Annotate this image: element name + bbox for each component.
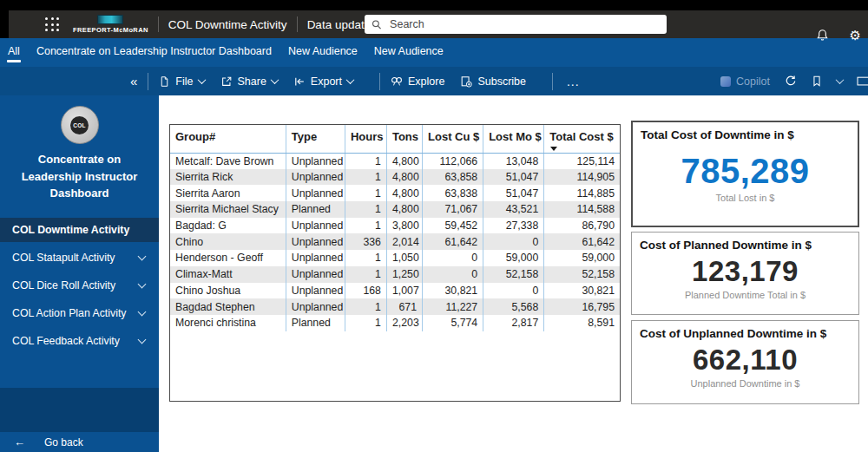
settings-gear-icon[interactable]: ⚙ (850, 29, 861, 42)
table-row[interactable]: Morenci christinaPlanned12,2035,7742,817… (170, 315, 620, 331)
bookmark-icon[interactable] (811, 75, 823, 88)
column-header[interactable]: Lost Mo $ (483, 125, 544, 153)
tab-bar: AllConcentrate on Leadership Instructor … (0, 38, 868, 67)
table-row[interactable]: ChinoUnplanned3362,01461,642061,642 (170, 233, 620, 250)
table-row[interactable]: Sierrita AaronUnplanned14,80063,83851,04… (170, 185, 620, 201)
export-icon (293, 75, 306, 88)
sidebar-item-label: COL Feedback Activity (12, 335, 120, 347)
chevron-down-icon (138, 252, 147, 260)
kpi-card-caption: Planned Downtime Total in $ (632, 290, 858, 300)
column-header[interactable]: Hours (345, 125, 386, 153)
table-cell: 61,642 (423, 233, 483, 250)
table-row[interactable]: Climax-MattUnplanned11,250052,15852,158 (170, 266, 620, 283)
column-header[interactable]: Lost Cu $ (423, 125, 483, 153)
kpi-card-caption: Total Lost in $ (633, 193, 858, 203)
more-options-icon[interactable]: ... (567, 75, 580, 88)
divider (552, 73, 553, 90)
kpi-card-caption: Unplanned Downtime in $ (632, 378, 858, 389)
sidebar-shade (0, 388, 159, 433)
table-cell: Henderson - Geoff (170, 250, 286, 266)
subscribe-icon (460, 75, 472, 88)
table-cell: Unplanned (286, 233, 345, 250)
divider (379, 73, 380, 90)
table-cell: Unplanned (286, 298, 345, 315)
table-cell: Unplanned (286, 250, 345, 266)
share-icon (220, 75, 233, 88)
sidebar-item-label: COL Dice Roll Activity (12, 279, 115, 292)
go-back-label: Go back (44, 436, 83, 449)
top-navigation-bar: FREEPORT-McMoRAN COL Downtime Activity D… (0, 10, 868, 38)
kpi-card-title: Total Cost of Downtime in $ (633, 122, 858, 141)
tab-concentrate-on-leadership-instructor-dashboard[interactable]: Concentrate on Leadership Instructor Das… (36, 43, 273, 62)
table-row[interactable]: Chino JoshuaUnplanned1681,00730,821030,8… (170, 283, 620, 299)
subscribe-label: Subscribe (477, 75, 526, 88)
table-cell: 5,568 (483, 298, 544, 315)
sort-descending-icon (550, 147, 557, 151)
kpi-card: Total Cost of Downtime in $785,289Total … (631, 121, 859, 227)
table-cell: 2,817 (483, 315, 544, 331)
file-label: File (175, 75, 193, 88)
collapse-pane-icon[interactable]: « (130, 75, 137, 88)
table-cell: 52,158 (483, 266, 544, 283)
chevron-down-icon (346, 75, 355, 84)
column-header[interactable]: Group# (170, 125, 286, 153)
table-cell: 3,800 (386, 218, 422, 234)
table-cell: 114,905 (544, 169, 620, 186)
table-cell: 13,048 (483, 153, 544, 169)
table-cell: Bagdad Stephen (170, 298, 286, 315)
table-row[interactable]: Bagdad StephenUnplanned167111,2275,56816… (170, 298, 620, 315)
sidebar-item-col-statapult-activity[interactable]: COL Statapult Activity (0, 246, 159, 270)
sidebar-item-col-dice-roll-activity[interactable]: COL Dice Roll Activity (0, 273, 159, 298)
table-cell: 4,800 (386, 153, 422, 169)
file-menu-button[interactable]: File (159, 75, 204, 88)
toolbar-right-actions: Copilot (720, 75, 868, 88)
table-cell: 86,790 (544, 218, 620, 234)
table-cell: 0 (423, 250, 483, 266)
table-cell: 61,642 (544, 233, 620, 250)
divider (158, 16, 159, 32)
sidebar-item-label: COL Downtime Activity (12, 224, 129, 236)
export-menu-button[interactable]: Export (293, 75, 353, 88)
table-header-row: Group#TypeHoursTonsLost Cu $Lost Mo $Tot… (170, 125, 620, 153)
go-back-button[interactable]: ← Go back (0, 432, 159, 452)
search-icon (372, 19, 382, 30)
table-row[interactable]: Metcalf: Dave BrownUnplanned14,800112,06… (170, 153, 620, 169)
table-cell: Unplanned (286, 169, 345, 186)
table-cell: 43,521 (483, 201, 544, 218)
table-cell: 1 (345, 315, 386, 331)
kpi-card: Cost of Unplanned Downtime in $662,110Un… (631, 320, 859, 404)
tab-new-audience[interactable]: New Audience (373, 43, 444, 62)
tab-new-audience[interactable]: New Audience (287, 43, 358, 62)
table-cell: 671 (386, 298, 422, 315)
kpi-card-title: Cost of Unplanned Downtime in $ (632, 321, 858, 340)
search-input[interactable] (388, 17, 660, 31)
table-row[interactable]: Sierrita Michael StacyPlanned14,80071,06… (170, 201, 620, 218)
column-header[interactable]: Type (286, 125, 345, 153)
notifications-bell-icon[interactable] (816, 29, 829, 42)
subscribe-button[interactable]: Subscribe (460, 75, 526, 88)
column-header[interactable]: Total Cost $ (544, 125, 620, 153)
table-row[interactable]: Henderson - GeoffUnplanned11,050059,0005… (170, 250, 620, 266)
refresh-icon[interactable] (784, 75, 797, 88)
table-cell: 11,227 (423, 298, 483, 315)
search-box[interactable] (365, 15, 667, 34)
app-launcher-icon[interactable] (45, 17, 59, 31)
table-cell: Chino Joshua (170, 283, 286, 299)
sidebar-item-col-action-plan-activity[interactable]: COL Action Plan Activity (0, 301, 159, 325)
table-cell: 59,452 (423, 218, 483, 234)
tab-all[interactable]: All (7, 43, 21, 62)
column-header[interactable]: Tons (386, 125, 422, 153)
full-screen-monitor-icon[interactable] (857, 75, 868, 88)
copilot-button-disabled: Copilot (720, 75, 770, 88)
table-row[interactable]: Bagdad: GUnplanned13,80059,45227,33886,7… (170, 218, 620, 234)
chevron-down-icon (138, 307, 147, 316)
sidebar-item-col-downtime-activity[interactable]: COL Downtime Activity (0, 218, 159, 242)
chevron-down-icon[interactable] (836, 75, 845, 84)
chevron-down-icon (197, 75, 206, 84)
sidebar-item-col-feedback-activity[interactable]: COL Feedback Activity (0, 329, 159, 353)
export-label: Export (311, 75, 342, 88)
table-cell: Morenci christina (170, 315, 286, 331)
table-row[interactable]: Sierrita RickUnplanned14,80063,85851,047… (170, 169, 620, 186)
share-menu-button[interactable]: Share (220, 75, 278, 88)
explore-button[interactable]: Explore (391, 75, 444, 88)
